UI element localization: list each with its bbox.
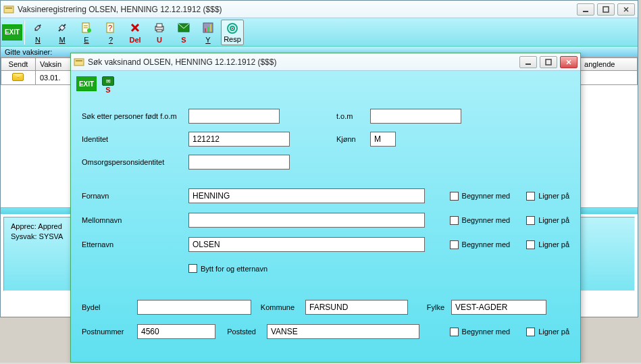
identitet-input[interactable] — [188, 132, 290, 147]
dialog-close-button[interactable] — [560, 56, 578, 68]
dialog-s-button[interactable]: ✉ S — [102, 76, 114, 94]
fom-label: Søk etter personer født f.o.m — [82, 112, 182, 120]
print-icon — [153, 21, 165, 34]
row-post: Postnummer Poststed Begynner med Ligner … — [82, 324, 569, 339]
svg-rect-0 — [4, 6, 14, 13]
search-form: Søk etter personer født f.o.m t.o.m Iden… — [76, 106, 575, 351]
svg-rect-29 — [74, 59, 84, 66]
poststed-begynner-checkbox[interactable]: Begynner med — [450, 328, 511, 336]
swap-names-checkbox[interactable]: Bytt for og etternavn — [188, 264, 569, 273]
svg-rect-25 — [210, 24, 211, 32]
svg-rect-32 — [546, 59, 551, 65]
dialog-content: EXIT ✉ S Søk etter personer født f.o.m t… — [71, 71, 580, 362]
kommune-label: Kommune — [258, 303, 299, 311]
dialog-exit-button[interactable]: EXIT — [76, 76, 97, 91]
sub-strip-label: Gitte vaksiner: — [5, 48, 52, 56]
bydel-input[interactable] — [137, 300, 251, 315]
yellow-envelope-icon — [12, 73, 24, 81]
col-sendt[interactable]: Sendt — [1, 58, 36, 71]
fom-input[interactable] — [188, 109, 280, 124]
search-dialog: Søk vaksinand OLSEN, HENNING 12.12.1912 … — [70, 53, 581, 363]
row-mellomnavn: Mellomnavn Begynner med Ligner på — [82, 213, 569, 228]
dialog-window-controls — [519, 56, 578, 68]
main-toolbar: EXIT N M E ? ? Del U S — [1, 18, 638, 47]
delete-x-icon — [129, 21, 141, 34]
form-edit-icon — [80, 21, 93, 34]
dialog-title: Søk vaksinand OLSEN, HENNING 12.12.1912 … — [88, 57, 519, 67]
toolbar-s-button[interactable]: S — [172, 20, 195, 45]
bydel-label: Bydel — [82, 303, 130, 311]
mellomnavn-input[interactable] — [188, 213, 425, 228]
svg-rect-24 — [207, 26, 209, 32]
mellomnavn-ligner-checkbox[interactable]: Ligner på — [526, 216, 569, 225]
row-bydel-kommune: Bydel Kommune Fylke — [82, 300, 569, 315]
row-omsorgs: Omsorgspersonsidentitet — [82, 155, 569, 170]
etternavn-input[interactable] — [188, 237, 425, 252]
main-window-title: Vaksineregistrering OLSEN, HENNING 12.12… — [18, 5, 577, 14]
toolbar-u-button[interactable]: U — [148, 20, 171, 45]
svg-rect-23 — [205, 28, 206, 32]
etternavn-ligner-checkbox[interactable]: Ligner på — [526, 240, 569, 249]
main-window-controls — [577, 3, 635, 16]
dialog-toolbar: EXIT ✉ S — [76, 76, 575, 94]
fornavn-input[interactable] — [188, 188, 425, 203]
toolbar-resp-button[interactable]: Resp — [221, 20, 244, 45]
toolbar-help-button[interactable]: ? ? — [99, 20, 122, 45]
row-etternavn: Etternavn Begynner med Ligner på — [82, 237, 569, 252]
svg-rect-2 — [583, 11, 588, 12]
syringe-icon — [56, 21, 68, 34]
fornavn-ligner-checkbox[interactable]: Ligner på — [526, 192, 569, 201]
kjonn-input[interactable] — [370, 132, 396, 147]
postnr-label: Postnummer — [82, 328, 130, 336]
dialog-app-icon — [74, 57, 84, 68]
mellomnavn-label: Mellomnavn — [82, 216, 182, 224]
poststed-input[interactable] — [267, 324, 419, 339]
row-swap: Bytt for og etternavn — [188, 264, 569, 273]
main-titlebar: Vaksineregistrering OLSEN, HENNING 12.12… — [1, 1, 638, 18]
row-fom: Søk etter personer født f.o.m t.o.m — [82, 109, 569, 124]
dialog-titlebar: Søk vaksinand OLSEN, HENNING 12.12.1912 … — [71, 53, 580, 71]
dialog-maximize-button[interactable] — [540, 56, 557, 68]
toolbar-del-button[interactable]: Del — [124, 20, 147, 45]
dialog-minimize-button[interactable] — [519, 56, 537, 68]
omsorgs-input[interactable] — [188, 155, 290, 170]
svg-rect-3 — [603, 7, 609, 12]
toolbar-m-button[interactable]: M — [51, 20, 74, 45]
svg-rect-30 — [76, 60, 82, 61]
col-manglende[interactable]: anglende — [580, 58, 638, 71]
poststed-ligner-checkbox[interactable]: Ligner på — [526, 328, 569, 336]
svg-rect-20 — [157, 30, 162, 32]
fornavn-label: Fornavn — [82, 192, 182, 200]
fornavn-begynner-checkbox[interactable]: Begynner med — [450, 192, 511, 201]
omsorgs-label: Omsorgspersonsidentitet — [82, 158, 182, 166]
needle-icon — [32, 21, 44, 34]
envelope-green-icon — [178, 21, 190, 34]
close-button[interactable] — [617, 3, 635, 16]
app-icon — [3, 4, 14, 15]
kjonn-label: Kjønn — [336, 135, 363, 143]
form-help-icon: ? — [105, 21, 117, 34]
fylke-label: Fylke — [415, 303, 444, 311]
tom-input[interactable] — [370, 109, 461, 124]
minimize-button[interactable] — [577, 3, 594, 16]
target-icon — [226, 22, 238, 35]
svg-text:?: ? — [108, 24, 112, 32]
etternavn-begynner-checkbox[interactable]: Begynner med — [450, 240, 511, 249]
kommune-input[interactable] — [305, 300, 408, 315]
etternavn-label: Etternavn — [82, 240, 182, 249]
main-exit-button[interactable]: EXIT — [2, 24, 22, 41]
chart-icon — [202, 21, 214, 34]
svg-point-13 — [87, 28, 91, 32]
svg-rect-19 — [157, 24, 162, 27]
toolbar-divider — [24, 20, 25, 45]
maximize-button[interactable] — [597, 3, 615, 16]
postnr-input[interactable] — [137, 324, 215, 339]
cell-sendt-icon — [1, 71, 36, 85]
svg-rect-1 — [5, 7, 12, 9]
fylke-input[interactable] — [451, 300, 546, 315]
toolbar-e-button[interactable]: E — [75, 20, 98, 45]
mellomnavn-begynner-checkbox[interactable]: Begynner med — [450, 216, 511, 225]
toolbar-y-button[interactable]: Y — [197, 20, 220, 45]
tom-label: t.o.m — [336, 112, 363, 120]
toolbar-n-button[interactable]: N — [26, 20, 49, 45]
